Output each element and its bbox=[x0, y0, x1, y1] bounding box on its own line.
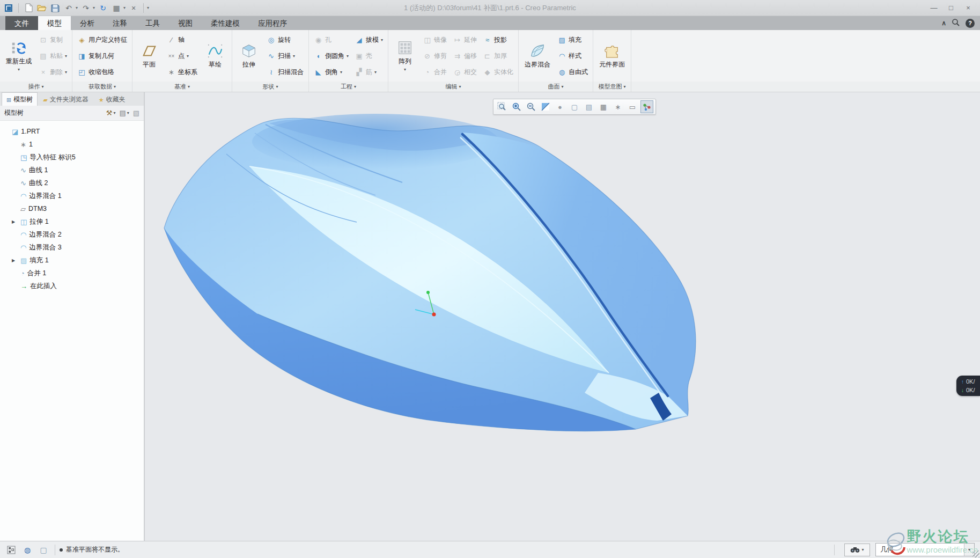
offset-button[interactable]: ⇉偏移 bbox=[451, 49, 478, 63]
close-button[interactable]: × bbox=[961, 3, 976, 13]
collapse-ribbon-icon[interactable]: ∧ bbox=[941, 19, 946, 27]
sweep-button[interactable]: ∿扫描▾ bbox=[265, 49, 305, 63]
minimize-button[interactable]: — bbox=[926, 3, 941, 13]
tree-item[interactable]: ▶ 拉伸 1 bbox=[0, 215, 144, 228]
ribbon-tab[interactable]: 工具 bbox=[136, 16, 169, 30]
zoom-in-icon[interactable] bbox=[510, 100, 523, 113]
group-label-operations[interactable]: 操作▾ bbox=[0, 82, 72, 92]
tree-item[interactable]: ▶ 边界混合 3 bbox=[0, 241, 144, 254]
window-switch-dropdown-icon[interactable]: ▾ bbox=[123, 5, 126, 10]
help-icon[interactable]: ? bbox=[966, 19, 975, 28]
ribbon-tab[interactable]: 模型 bbox=[38, 16, 71, 30]
revolve-button[interactable]: ◎旋转 bbox=[265, 33, 305, 47]
boundary-blend-button[interactable]: 边界混合 bbox=[522, 32, 553, 80]
resize-grip[interactable] bbox=[972, 550, 979, 557]
group-label-shapes[interactable]: 形状▾ bbox=[232, 82, 308, 92]
pattern-button[interactable]: 阵列 ▾ bbox=[392, 32, 418, 80]
tree-item[interactable]: ▶ 曲线 2 bbox=[0, 177, 144, 189]
regenerate-icon[interactable]: ↻ bbox=[98, 3, 108, 13]
mirror-button[interactable]: ◫镜像 bbox=[421, 33, 448, 47]
ribbon-tab[interactable]: 柔性建模 bbox=[202, 16, 249, 30]
tree-item[interactable]: ▶ 导入特征 标识5 bbox=[0, 151, 144, 164]
shell-button[interactable]: ▣壳 bbox=[353, 49, 385, 63]
merge-button[interactable]: ◔合并 bbox=[421, 65, 448, 79]
navigator-tab[interactable]: 文件夹浏览器 bbox=[38, 92, 93, 106]
group-label-engineering[interactable]: 工程▾ bbox=[309, 82, 388, 92]
undo-icon[interactable]: ↶ bbox=[63, 3, 74, 13]
new-file-icon[interactable] bbox=[23, 3, 34, 13]
zoom-out-icon[interactable] bbox=[525, 100, 537, 113]
chamfer-button[interactable]: ◣倒角▾ bbox=[312, 65, 350, 79]
tree-item[interactable]: ▶ 填充 1 bbox=[0, 254, 144, 267]
component-interface-button[interactable]: 元件界面 bbox=[596, 32, 628, 80]
repaint-icon[interactable] bbox=[539, 100, 552, 113]
csys-button[interactable]: ∗坐标系 bbox=[165, 65, 199, 79]
group-label-surfaces[interactable]: 曲面▾ bbox=[519, 82, 593, 92]
style-button[interactable]: ◠样式 bbox=[556, 49, 590, 63]
intersect-button[interactable]: ◶相交 bbox=[451, 65, 478, 79]
expander-icon[interactable]: ▶ bbox=[12, 219, 18, 224]
rib-button[interactable]: ▞筋▾ bbox=[353, 65, 385, 79]
sketch-button[interactable]: 草绘 bbox=[202, 32, 229, 80]
project-button[interactable]: ≈投影 bbox=[481, 33, 515, 47]
graphics-area[interactable]: ● ▢ ▤ ▦ ∗ ▭ ↑0K/ ↓0K/ bbox=[145, 92, 980, 541]
tree-item[interactable]: ▶ 1 bbox=[0, 138, 144, 151]
open-file-icon[interactable] bbox=[36, 3, 47, 13]
save-icon[interactable] bbox=[50, 3, 61, 13]
window-switch-icon[interactable]: ▦ bbox=[111, 3, 122, 13]
ribbon-tab[interactable]: 文件 bbox=[5, 16, 38, 30]
tree-item[interactable]: ▶ 边界混合 2 bbox=[0, 228, 144, 241]
saved-orientations-icon[interactable]: ▢ bbox=[568, 100, 581, 113]
group-label-get-data[interactable]: 获取数据▾ bbox=[72, 82, 132, 92]
extend-button[interactable]: ↦延伸 bbox=[451, 33, 478, 47]
tree-settings-icon[interactable]: ▤▾ bbox=[119, 109, 129, 117]
toggle-navigator-icon[interactable] bbox=[5, 545, 17, 555]
point-button[interactable]: ××点▾ bbox=[165, 49, 199, 63]
round-button[interactable]: ◖倒圆角▾ bbox=[312, 49, 350, 63]
annotation-display-icon[interactable]: ▭ bbox=[626, 100, 639, 113]
tree-item[interactable]: ▶ 1.PRT bbox=[0, 125, 144, 138]
redo-icon[interactable]: ↷ bbox=[80, 3, 91, 13]
view-manager-icon[interactable]: ▤ bbox=[583, 100, 595, 113]
close-window-icon[interactable]: × bbox=[128, 3, 139, 13]
maximize-button[interactable]: □ bbox=[944, 3, 959, 13]
thicken-button[interactable]: ⊏加厚 bbox=[481, 49, 515, 63]
trim-button[interactable]: ⊘修剪 bbox=[421, 49, 448, 63]
copy-button[interactable]: ⊡复制 bbox=[37, 33, 69, 47]
tree-item[interactable]: ▶ 曲线 1 bbox=[0, 164, 144, 177]
extrude-button[interactable]: 拉伸 bbox=[235, 32, 262, 80]
ribbon-tab[interactable]: 分析 bbox=[71, 16, 104, 30]
group-label-model-intent[interactable]: 模型意图▾ bbox=[593, 82, 631, 92]
fill-button[interactable]: ▨填充 bbox=[556, 33, 590, 47]
udf-button[interactable]: ◈用户定义特征 bbox=[76, 33, 129, 47]
network-speed-overlay[interactable]: ↑0K/ ↓0K/ bbox=[956, 376, 980, 396]
undo-dropdown-icon[interactable]: ▾ bbox=[76, 5, 78, 10]
swept-blend-button[interactable]: ≀扫描混合 bbox=[265, 65, 305, 79]
spin-center-icon[interactable] bbox=[640, 100, 653, 113]
paste-button[interactable]: ▤粘贴▾ bbox=[37, 49, 69, 63]
tree-item[interactable]: ▶ 边界混合 1 bbox=[0, 189, 144, 202]
datum-display-filter-icon[interactable]: ∗ bbox=[611, 100, 624, 113]
plane-button[interactable]: 平面 bbox=[136, 32, 163, 80]
draft-button[interactable]: ◢拔模▾ bbox=[353, 33, 385, 47]
expander-icon[interactable]: ▶ bbox=[12, 258, 18, 263]
redo-dropdown-icon[interactable]: ▾ bbox=[93, 5, 95, 10]
tree-highlight-icon[interactable]: ▧ bbox=[133, 109, 139, 117]
delete-button[interactable]: ×删除▾ bbox=[37, 65, 69, 79]
navigator-tab[interactable]: 模型树 bbox=[2, 92, 38, 106]
capture-image-icon[interactable]: ▦ bbox=[597, 100, 610, 113]
refit-icon[interactable] bbox=[496, 100, 509, 113]
shrinkwrap-button[interactable]: ◰收缩包络 bbox=[76, 65, 129, 79]
axis-button[interactable]: ∕轴 bbox=[165, 33, 199, 47]
blank-page-icon[interactable]: ▢ bbox=[38, 545, 49, 555]
selection-filter[interactable]: 几何 ▾ bbox=[875, 543, 975, 556]
search-icon[interactable] bbox=[952, 18, 960, 28]
solidify-button[interactable]: ◆实体化 bbox=[481, 65, 515, 79]
ribbon-tab[interactable]: 注释 bbox=[104, 16, 136, 30]
group-label-datum[interactable]: 基准▾ bbox=[132, 82, 232, 92]
copy-geometry-button[interactable]: ◨复制几何 bbox=[76, 49, 129, 63]
customize-qat-icon[interactable]: ▾ bbox=[147, 5, 149, 10]
hole-button[interactable]: ◉孔 bbox=[312, 33, 350, 47]
regenerate-dropdown-icon[interactable]: ▾ bbox=[18, 67, 20, 72]
search-tool-button[interactable]: ▾ bbox=[844, 544, 870, 556]
